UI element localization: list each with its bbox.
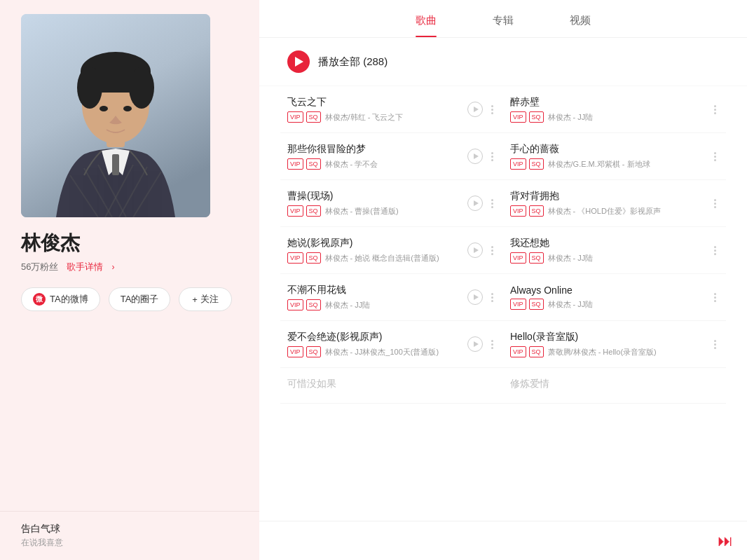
song-info: 我还想她 VIPSQ 林俊杰 - JJ陆	[510, 237, 706, 264]
song-album: 林俊杰 - 《HOLD住爱》影视原声	[548, 206, 661, 217]
song-meta: VIPSQ 林俊杰 - 曹操(普通版)	[287, 205, 462, 217]
song-title: 不潮不用花钱	[287, 284, 462, 296]
play-all-button[interactable]	[287, 50, 310, 73]
more-options-icon[interactable]	[488, 198, 496, 210]
song-album: 林俊杰 - 她说 概念自选辑(普通版)	[325, 253, 439, 264]
badge-vip: VIP	[287, 205, 303, 217]
song-actions	[711, 198, 719, 210]
song-info: 那些你很冒险的梦 VIPSQ 林俊杰 - 学不会	[287, 143, 462, 170]
more-options-icon[interactable]	[711, 151, 719, 163]
song-actions	[711, 245, 719, 257]
song-album: 林俊杰 - 学不会	[325, 159, 378, 170]
video-play-icon[interactable]	[467, 102, 483, 117]
followers-count: 56万粉丝	[21, 261, 58, 273]
now-playing-bar: 告白气球 在说我喜意	[0, 511, 259, 560]
circle-label: TA的圈子	[121, 294, 159, 304]
badge-vip: VIP	[510, 299, 526, 310]
tab-videos[interactable]: 视频	[570, 14, 591, 37]
song-item[interactable]: 不潮不用花钱 VIPSQ 林俊杰 - JJ陆	[280, 274, 503, 321]
profile-link[interactable]: 歌手详情	[67, 261, 103, 273]
song-item[interactable]: 我还想她 VIPSQ 林俊杰 - JJ陆	[503, 227, 726, 274]
song-meta: VIPSQ 林俊杰/韩红 - 飞云之下	[287, 111, 462, 123]
song-item[interactable]: Hello(录音室版) VIPSQ 萧敬腾/林俊杰 - Hello(录音室版)	[503, 321, 726, 368]
more-options-icon[interactable]	[488, 104, 496, 116]
more-options-icon[interactable]	[488, 339, 496, 350]
song-album: 萧敬腾/林俊杰 - Hello(录音室版)	[548, 347, 657, 357]
song-info: 不潮不用花钱 VIPSQ 林俊杰 - JJ陆	[287, 284, 462, 310]
song-item[interactable]: 飞云之下 VIPSQ 林俊杰/韩红 - 飞云之下	[280, 86, 503, 133]
song-title: 手心的蔷薇	[510, 143, 706, 156]
more-options-icon[interactable]	[711, 245, 719, 257]
song-info: Hello(录音室版) VIPSQ 萧敬腾/林俊杰 - Hello(录音室版)	[510, 331, 706, 357]
badge-vip: VIP	[287, 158, 303, 170]
weibo-button[interactable]: 微 TA的微博	[21, 287, 100, 311]
skip-to-end-icon[interactable]: ⏭	[718, 532, 733, 550]
video-play-icon[interactable]	[467, 149, 483, 164]
tab-albums[interactable]: 专辑	[493, 14, 514, 37]
song-meta: VIPSQ 林俊杰 - 她说 概念自选辑(普通版)	[287, 252, 462, 264]
more-options-icon[interactable]	[711, 198, 719, 210]
badge-sq: SQ	[306, 205, 321, 217]
video-play-icon[interactable]	[467, 243, 483, 258]
badge-sq: SQ	[306, 252, 321, 264]
song-info: 她说(影视原声) VIPSQ 林俊杰 - 她说 概念自选辑(普通版)	[287, 237, 462, 264]
badge-vip: VIP	[510, 111, 526, 123]
now-playing-subtitle: 在说我喜意	[21, 537, 238, 549]
song-title: 爱不会绝迹(影视原声)	[287, 331, 462, 343]
song-actions	[467, 336, 496, 352]
artist-name: 林俊杰	[21, 230, 80, 257]
badge-vip: VIP	[287, 346, 303, 357]
right-panel: 歌曲 专辑 视频 播放全部 (288) 飞云之下 VIPSQ 林俊杰/韩红 - …	[259, 0, 747, 560]
song-album: 林俊杰/G.E.M.邓紫棋 - 新地球	[548, 159, 650, 170]
song-item[interactable]: 那些你很冒险的梦 VIPSQ 林俊杰 - 学不会	[280, 133, 503, 180]
video-play-icon[interactable]	[467, 336, 483, 352]
left-panel: 林俊杰 56万粉丝 歌手详情 › 微 TA的微博 TA的圈子 + 关注 告白气球…	[0, 0, 259, 560]
more-options-icon[interactable]	[488, 151, 496, 163]
badge-sq: SQ	[529, 158, 544, 170]
song-meta: VIPSQ 林俊杰 - JJ陆	[510, 252, 706, 264]
song-album: 林俊杰 - 曹操(普通版)	[325, 206, 399, 217]
song-item[interactable]: 修炼爱情	[503, 368, 726, 404]
song-title: 醉赤壁	[510, 96, 706, 109]
more-options-icon[interactable]	[711, 339, 719, 350]
song-meta: VIPSQ 林俊杰 - JJ陆	[510, 111, 706, 123]
song-meta: VIPSQ 林俊杰 - JJ林俊杰_100天(普通版)	[287, 346, 462, 357]
song-item[interactable]: 她说(影视原声) VIPSQ 林俊杰 - 她说 概念自选辑(普通版)	[280, 227, 503, 274]
weibo-label: TA的微博	[50, 293, 88, 306]
badge-vip: VIP	[287, 252, 303, 264]
weibo-icon: 微	[33, 293, 46, 306]
song-item[interactable]: 手心的蔷薇 VIPSQ 林俊杰/G.E.M.邓紫棋 - 新地球	[503, 133, 726, 180]
badge-sq: SQ	[529, 252, 544, 264]
video-play-icon[interactable]	[467, 289, 483, 305]
more-options-icon[interactable]	[488, 292, 496, 303]
song-actions	[467, 243, 496, 258]
song-item[interactable]: 背对背拥抱 VIPSQ 林俊杰 - 《HOLD住爱》影视原声	[503, 180, 726, 227]
follow-button[interactable]: + 关注	[179, 287, 232, 311]
song-item[interactable]: 曹操(现场) VIPSQ 林俊杰 - 曹操(普通版)	[280, 180, 503, 227]
video-play-icon[interactable]	[467, 196, 483, 211]
song-meta: VIPSQ 林俊杰 - JJ陆	[287, 299, 462, 310]
badge-sq: SQ	[306, 346, 321, 357]
song-title: 背对背拥抱	[510, 190, 706, 203]
song-item[interactable]: Always Online VIPSQ 林俊杰 - JJ陆	[503, 274, 726, 321]
more-options-icon[interactable]	[711, 104, 719, 116]
play-all-label[interactable]: 播放全部 (288)	[318, 55, 388, 69]
badge-vip: VIP	[510, 205, 526, 217]
more-options-icon[interactable]	[711, 292, 719, 303]
now-playing-title: 告白气球	[21, 523, 238, 535]
song-item[interactable]: 醉赤壁 VIPSQ 林俊杰 - JJ陆	[503, 86, 726, 133]
song-title: Hello(录音室版)	[510, 331, 706, 343]
circle-button[interactable]: TA的圈子	[109, 287, 171, 311]
song-meta: VIPSQ 林俊杰 - 《HOLD住爱》影视原声	[510, 205, 706, 217]
song-info: 背对背拥抱 VIPSQ 林俊杰 - 《HOLD住爱》影视原声	[510, 190, 706, 217]
song-info: 醉赤壁 VIPSQ 林俊杰 - JJ陆	[510, 96, 706, 123]
tab-songs[interactable]: 歌曲	[416, 14, 437, 37]
more-options-icon[interactable]	[488, 245, 496, 257]
badge-sq: SQ	[529, 346, 544, 357]
song-item[interactable]: 可惜没如果	[280, 368, 503, 404]
song-item[interactable]: 爱不会绝迹(影视原声) VIPSQ 林俊杰 - JJ林俊杰_100天(普通版)	[280, 321, 503, 368]
song-actions	[467, 196, 496, 211]
artist-photo	[21, 14, 210, 217]
artist-illustration	[21, 14, 210, 217]
song-info: Always Online VIPSQ 林俊杰 - JJ陆	[510, 285, 706, 310]
